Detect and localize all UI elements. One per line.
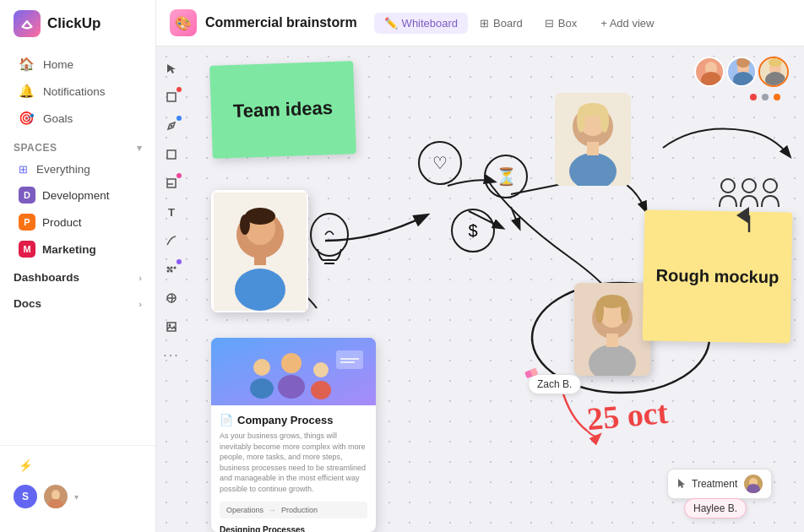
integrations-icon: ⚡ [19, 459, 33, 472]
company-process-doc-card[interactable]: 📄 Company Process As your business grows… [211, 338, 376, 532]
cursor-icon [676, 478, 685, 490]
add-view-button[interactable]: + Add view [592, 13, 662, 34]
tool-indicator-2 [177, 116, 182, 121]
svg-point-66 [281, 353, 302, 373]
shape-tool[interactable] [160, 143, 183, 166]
sidebar-bottom: ⚡ S ▾ [0, 445, 155, 522]
svg-point-67 [278, 375, 305, 399]
sticky-note-team-ideas-text: Team ideas [232, 97, 333, 122]
user-avatar: S [14, 485, 37, 508]
sidebar-label-home: Home [43, 58, 73, 71]
lightbulb-drawing [296, 203, 363, 299]
sticky-note-team-ideas[interactable]: Team ideas [209, 61, 356, 159]
circle-timer: ⏳ [484, 155, 528, 198]
doc-card-body: 📄 Company Process As your business grows… [211, 405, 376, 532]
frame-tool[interactable] [160, 85, 183, 109]
text-tool[interactable]: T [160, 200, 183, 224]
avatar-1 [694, 57, 725, 87]
sidebar-label-notifications: Notifications [43, 85, 106, 98]
svg-point-44 [600, 107, 609, 133]
timer-icon: ⏳ [496, 166, 517, 187]
sticky-tool[interactable] [160, 171, 183, 195]
svg-point-16 [171, 270, 173, 273]
svg-rect-38 [606, 334, 618, 347]
page-icon: 🎨 [170, 9, 197, 36]
docs-arrow-icon: › [139, 299, 142, 309]
svg-point-36 [621, 300, 629, 323]
user-avatar-area[interactable]: S ▾ [0, 478, 155, 515]
sidebar-section-dashboards[interactable]: Dashboards › [0, 263, 155, 289]
sidebar-item-marketing[interactable]: M Marketing [5, 236, 150, 263]
center-person-card [574, 283, 650, 376]
box-tab-icon: ⊟ [545, 17, 554, 30]
pen-tool[interactable] [160, 114, 183, 138]
sticky-note-rough-mockup-text: Rough mockup [656, 266, 780, 288]
integration-tool[interactable] [160, 286, 183, 310]
svg-point-69 [311, 381, 331, 399]
bell-icon: 🔔 [19, 84, 35, 99]
eraser-icon [524, 363, 541, 383]
svg-point-57 [736, 57, 750, 68]
tab-box[interactable]: ⊟ Box [535, 13, 587, 34]
svg-point-7 [171, 125, 173, 128]
image-tool[interactable] [160, 315, 183, 339]
person-card-man [211, 190, 308, 312]
spaces-collapse-icon[interactable]: ▾ [137, 143, 143, 154]
collaborator-avatars [694, 57, 789, 87]
svg-rect-6 [167, 93, 176, 101]
sidebar-item-development[interactable]: D Development [5, 182, 150, 209]
tab-board[interactable]: ⊞ Board [470, 13, 533, 34]
sidebar-item-everything[interactable]: ⊞ Everything [5, 157, 150, 182]
svg-rect-9 [167, 179, 176, 187]
whiteboard-canvas[interactable]: T [156, 46, 804, 532]
header: 🎨 Commercial brainstorm ✏️ Whiteboard ⊞ … [156, 0, 804, 46]
label-haylee-b[interactable]: Haylee B. [684, 498, 747, 518]
user-photo [44, 485, 68, 508]
svg-point-65 [250, 378, 274, 399]
svg-point-49 [763, 179, 777, 193]
svg-rect-70 [336, 350, 363, 369]
sidebar-integrations[interactable]: ⚡ [5, 453, 150, 478]
development-badge: D [19, 187, 35, 204]
status-dot-red [750, 94, 757, 100]
sidebar-section-docs[interactable]: Docs › [0, 289, 155, 315]
svg-point-25 [240, 214, 250, 235]
sidebar-item-product[interactable]: P Product [5, 209, 150, 236]
dollar-icon: $ [468, 221, 477, 241]
top-right-person-card [555, 93, 631, 186]
page-title: Commercial brainstorm [205, 15, 357, 30]
more-tool-1[interactable] [160, 258, 183, 281]
treatment-card[interactable]: Treatment [667, 469, 772, 499]
svg-point-28 [311, 214, 348, 256]
svg-point-64 [253, 359, 270, 376]
sidebar-label-goals: Goals [43, 112, 73, 125]
svg-point-61 [769, 58, 782, 67]
sidebar-item-home[interactable]: 🏠 Home [5, 51, 150, 78]
chevron-down-icon: ▾ [74, 492, 79, 502]
svg-point-1 [52, 490, 60, 500]
sidebar-item-goals[interactable]: 🎯 Goals [5, 105, 150, 132]
status-dot-orange [774, 94, 780, 100]
home-icon: 🏠 [19, 57, 35, 72]
handwritten-date: 25 oct [585, 394, 670, 437]
status-dots [750, 94, 780, 100]
people-icons-group [715, 160, 783, 240]
tool-indicator [177, 87, 182, 92]
sidebar-item-notifications[interactable]: 🔔 Notifications [5, 78, 150, 105]
more-options[interactable]: ··· [160, 344, 183, 367]
add-view-label: + Add view [600, 17, 654, 30]
whiteboard-tab-icon: ✏️ [384, 17, 398, 30]
logo-text: ClickUp [47, 15, 100, 32]
svg-point-26 [235, 269, 285, 311]
tab-whiteboard[interactable]: ✏️ Whiteboard [374, 13, 468, 34]
select-tool[interactable] [160, 57, 183, 80]
spaces-section-header: Spaces ▾ [0, 132, 155, 157]
docs-label: Docs [14, 297, 41, 310]
circle-dollar: $ [451, 209, 495, 252]
circle-heart: ♡ [418, 141, 462, 185]
svg-point-20 [169, 324, 171, 327]
avatar-2 [726, 57, 757, 87]
connector-tool[interactable] [160, 229, 183, 252]
sidebar-label-development: Development [42, 189, 110, 202]
board-tab-icon: ⊞ [480, 17, 489, 30]
